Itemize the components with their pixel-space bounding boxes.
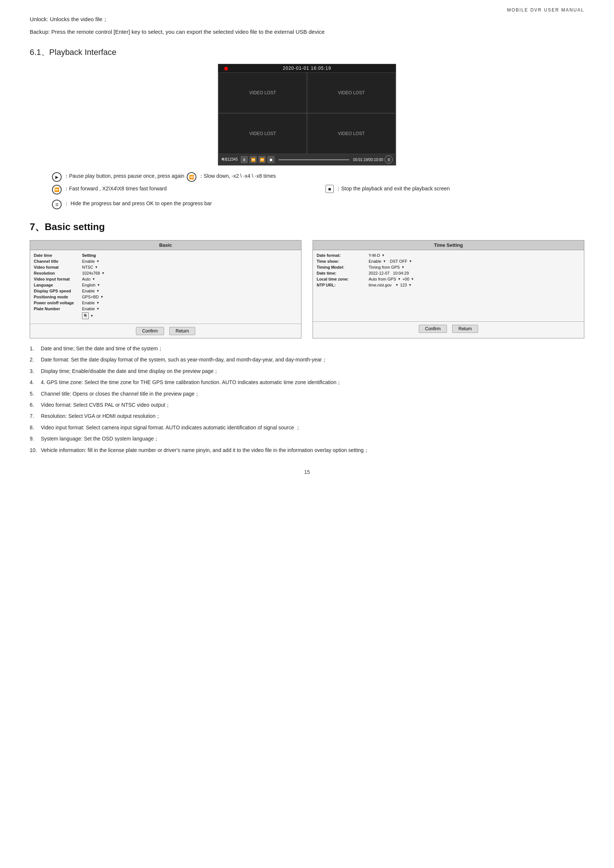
- fast-icon: ⏩: [52, 185, 62, 194]
- video-cell-3: VIDEO LOST: [218, 113, 307, 154]
- row-video-format: Video format NTSC ▼: [34, 265, 297, 270]
- colon-2: ：: [198, 172, 204, 180]
- row-positioning: Positioning mode GPS+BD ▼: [34, 294, 297, 299]
- menu-btn[interactable]: ☰: [385, 155, 393, 164]
- row-date-format: Date format: Y-M-D ▼: [317, 253, 580, 257]
- fast-icon-row: ⏩ ： Fast forward , X2\X4\X8 times fast f…: [52, 185, 311, 194]
- time-confirm-btn[interactable]: Confirm: [419, 325, 447, 333]
- icon-descriptions: ▶ ： Pause play button, press pause once,…: [52, 172, 584, 209]
- row-timing-model: Timing Model: Timing from GPS ▼: [317, 265, 580, 270]
- record-indicator: [224, 67, 228, 71]
- list-item-1: 1. Date and time; Set the date and time …: [30, 344, 584, 353]
- row-power-voltage: Power on/off voltage Enable ▼: [34, 301, 297, 305]
- row-time-show: Time show: Enable ▼ DST OFF ▼: [317, 259, 580, 264]
- icon-grid: ▶ ： Pause play button, press pause once,…: [52, 172, 584, 197]
- stop-desc: Stop the playback and exit the playback …: [341, 185, 450, 192]
- row-plate: Plate Number Enabie ▼: [34, 307, 297, 311]
- list-item-8: 8. Video input format: Select camera inp…: [30, 423, 584, 432]
- colon-5: ：: [64, 200, 69, 208]
- list-item-3: 3. Display time; Enable/disable the date…: [30, 367, 584, 375]
- video-cell-4: VIDEO LOST: [307, 113, 396, 154]
- basic-confirm-btn[interactable]: Confirm: [136, 327, 164, 335]
- play-icon: ▶: [52, 172, 62, 182]
- rewind-icon: ⏪: [187, 172, 196, 182]
- feature-list: 1. Date and time; Set the date and time …: [30, 344, 584, 454]
- colon-1: ：: [64, 172, 69, 180]
- play-icon-row: ▶ ： Pause play button, press pause once,…: [52, 172, 311, 182]
- video-cell-2: VIDEO LOST: [307, 72, 396, 113]
- playback-interface: 2020-01-01 16:05:19 VIDEO LOST VIDEO LOS…: [218, 64, 396, 166]
- basic-panel: Basic Date time Setting Channel title En…: [30, 240, 301, 338]
- fast-desc: Fast forward , X2\X4\X8 times fast forwa…: [69, 185, 167, 192]
- list-item-2: 2. Date format: Set the date display for…: [30, 355, 584, 364]
- time-panel-footer: Confirm Return: [313, 321, 584, 336]
- manual-title: MOBILE DVR USER MANUAL: [507, 8, 584, 12]
- backup-text: Backup: Press the remote control [Enter]…: [30, 28, 584, 36]
- video-grid: VIDEO LOST VIDEO LOST VIDEO LOST VIDEO L…: [218, 72, 396, 154]
- row-plate-icons: 粤 ▼: [34, 313, 297, 319]
- hide-desc: Hide the progress bar and press OK to op…: [71, 200, 212, 208]
- list-item-7: 7. Resolution: Select VGA or HDMI output…: [30, 412, 584, 420]
- row-channel-title: Channel title Enable ▼: [34, 259, 297, 264]
- time-panel-body: Date format: Y-M-D ▼ Time show: Enable ▼…: [313, 250, 584, 292]
- basic-section-title: 7、Basic setting: [30, 220, 584, 233]
- list-item-4: 4. 4. GPS time zone: Select the time zon…: [30, 378, 584, 386]
- intro-section: Unlock: Unlocks the video file； Backup: …: [30, 15, 584, 36]
- play-desc: Pause play button, press pause once, pre…: [69, 172, 185, 180]
- row-language: Language English ▼: [34, 283, 297, 287]
- playback-controls: 粤B12345 ⏸ ⏪ ⏩ ⏹ 00:01:19/00:10:00 ☰: [218, 154, 396, 165]
- slow-desc: Slow down, -x2 \ -x4 \ -x8 times: [204, 172, 276, 180]
- stop-icon: ⏹: [326, 185, 334, 193]
- rewind-btn[interactable]: ⏪: [250, 156, 257, 163]
- progress-bar[interactable]: [278, 159, 349, 160]
- hide-icon-row: ☰ ： Hide the progress bar and press OK t…: [52, 200, 584, 209]
- playback-timestamp: 2020-01-01 16:05:19: [283, 66, 331, 71]
- row-date-time: Date time: 2022-12-07 10:04:29: [317, 271, 580, 275]
- forward-btn[interactable]: ⏩: [258, 156, 266, 163]
- list-item-9: 9. System language: Set the OSD system l…: [30, 434, 584, 443]
- basic-return-btn[interactable]: Return: [169, 327, 195, 335]
- playback-top-bar: 2020-01-01 16:05:19: [218, 64, 396, 72]
- menu-icon: ☰: [52, 200, 62, 209]
- page-number: 15: [30, 469, 584, 475]
- basic-panel-body: Date time Setting Channel title Enable ▼…: [30, 250, 301, 324]
- settings-panels: Basic Date time Setting Channel title En…: [30, 240, 584, 338]
- time-panel-title: Time Setting: [313, 240, 584, 250]
- basic-panel-title: Basic: [30, 240, 301, 250]
- row-ntp-url: NTP URL: time.nist.gov ▼ 123 ▼: [317, 283, 580, 287]
- basic-panel-footer: Confirm Return: [30, 324, 301, 338]
- time-panel: Time Setting Date format: Y-M-D ▼ Time s…: [313, 240, 584, 338]
- row-video-input: Video input format Auto ▼: [34, 277, 297, 281]
- colon-3: ：: [64, 185, 69, 192]
- plate-label: 粤B12345: [221, 157, 237, 162]
- playback-section-title: 6.1、Playback Interface: [30, 47, 584, 58]
- row-local-tz: Local time zone: Auto from GPS ▼ +00 ▼: [317, 277, 580, 281]
- unlock-text: Unlock: Unlocks the video file；: [30, 15, 584, 24]
- pause-btn[interactable]: ⏸: [240, 156, 248, 163]
- playback-time: 00:01:19/00:10:00: [353, 158, 383, 162]
- list-item-6: 6. Video format: Select CVBS PAL or NTSC…: [30, 401, 584, 409]
- row-gps-speed: Display GPS speed Enable ▼: [34, 289, 297, 293]
- stop-icon-row: ⏹ ： Stop the playback and exit the playb…: [326, 185, 584, 194]
- video-cell-1: VIDEO LOST: [218, 72, 307, 113]
- time-return-btn[interactable]: Return: [452, 325, 478, 333]
- colon-4: ：: [336, 185, 341, 192]
- stop-btn[interactable]: ⏹: [267, 156, 275, 163]
- list-item-10: 10. Vehicle information: fill in the lic…: [30, 446, 584, 454]
- list-item-5: 5. Channel title: Opens or closes the ch…: [30, 390, 584, 398]
- row-resolution: Resolution 1024x768 ▼: [34, 271, 297, 275]
- row-datetime: Date time Setting: [34, 253, 297, 257]
